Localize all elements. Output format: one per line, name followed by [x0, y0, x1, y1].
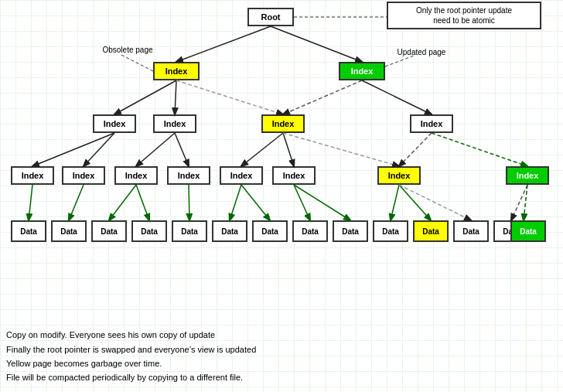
footnote-2: Finally the root pointer is swapped and … — [6, 343, 256, 356]
diagram: Only the root pointer updateneed to be a… — [0, 0, 563, 392]
node-data-5: Data — [172, 220, 207, 242]
footnote-section: Copy on modify. Everyone sees his own co… — [6, 328, 256, 384]
node-root: Root — [247, 8, 294, 26]
annotation-atomic: Only the root pointer updateneed to be a… — [387, 2, 541, 29]
node-data-2: Data — [51, 220, 87, 242]
node-idx-l2-1: Index — [93, 114, 136, 133]
node-idx-l1-yellow: Index — [153, 62, 200, 80]
node-idx-l2-3: Index — [261, 114, 305, 133]
node-data-3: Data — [91, 220, 127, 242]
node-idx-l3-2: Index — [62, 166, 105, 185]
node-idx-l3-3: Index — [114, 166, 158, 185]
node-idx-l3-7: Index — [377, 166, 421, 185]
node-idx-l3-8: Index — [506, 166, 549, 185]
node-data-4: Data — [131, 220, 167, 242]
node-data-1: Data — [11, 220, 46, 242]
node-idx-l3-1: Index — [11, 166, 54, 185]
footnote-3: Yellow page becomes garbage over time. — [6, 356, 256, 370]
node-data-10: Data — [373, 220, 408, 242]
node-data-12: Data — [453, 220, 489, 242]
annotation-updated: Updated page — [387, 45, 456, 60]
node-data-11: Data — [413, 220, 449, 242]
footnote-4: File will be compacted periodically by c… — [6, 370, 256, 384]
node-idx-l1-green: Index — [339, 62, 385, 80]
node-data-9: Data — [333, 220, 368, 242]
node-data-8: Data — [292, 220, 328, 242]
node-idx-l3-5: Index — [220, 166, 263, 185]
annotation-obsolete: Obsolete page — [93, 43, 162, 57]
node-idx-l3-4: Index — [167, 166, 210, 185]
node-idx-l3-6: Index — [272, 166, 316, 185]
node-data-7: Data — [252, 220, 288, 242]
node-idx-l2-4: Index — [410, 114, 453, 133]
footnote-1: Copy on modify. Everyone sees his own co… — [6, 328, 256, 342]
node-data-6: Data — [212, 220, 247, 242]
node-idx-l2-2: Index — [153, 114, 196, 133]
node-data-14: Data — [510, 220, 546, 242]
